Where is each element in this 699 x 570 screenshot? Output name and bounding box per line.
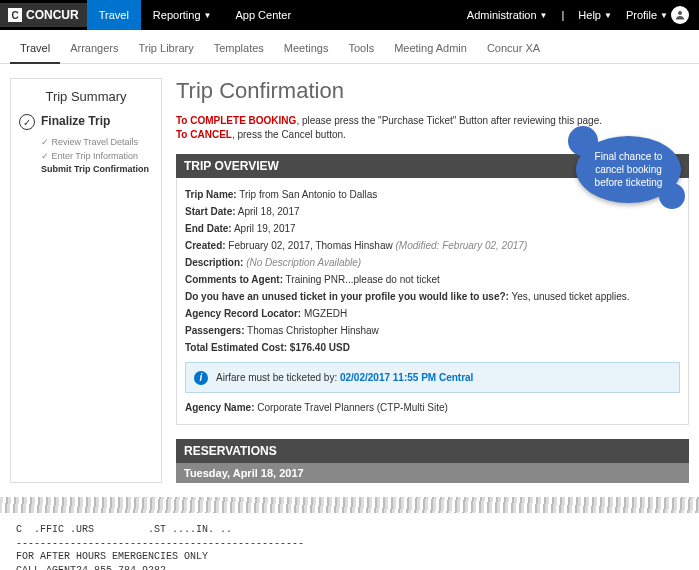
subnav-meetings[interactable]: Meetings [274, 38, 339, 63]
step-submit: Submit Trip Confirmation [41, 163, 153, 177]
top-right: Administration▼ | Help▼ Profile▼ [467, 6, 699, 24]
callout-cancel-chance: Final chance to cancel booking before ti… [576, 136, 681, 203]
admin-menu[interactable]: Administration▼ [467, 9, 548, 21]
cancel-prefix: To CANCEL [176, 129, 232, 140]
sub-steps: Review Travel Details Enter Trip Informa… [41, 136, 153, 177]
nav-travel[interactable]: Travel [87, 0, 141, 30]
svg-point-0 [678, 11, 682, 15]
top-bar: C CONCUR Travel Reporting▼ App Center Ad… [0, 0, 699, 30]
overview-body: Trip Name: Trip from San Antonio to Dall… [176, 178, 689, 425]
torn-edge [0, 497, 699, 513]
subnav-tools[interactable]: Tools [338, 38, 384, 63]
sidebar-title: Trip Summary [19, 89, 153, 104]
subnav-arrangers[interactable]: Arrangers [60, 38, 128, 63]
reservations-section: RESERVATIONS Tuesday, April 18, 2017 [176, 439, 689, 483]
chevron-down-icon: ▼ [204, 11, 212, 20]
subnav-travel[interactable]: Travel [10, 38, 60, 64]
subnav-templates[interactable]: Templates [204, 38, 274, 63]
ticket-text: C .FFIC .URS .ST ....IN. .. ------------… [10, 513, 689, 570]
brand-text: CONCUR [26, 8, 79, 22]
reservation-date: Tuesday, April 18, 2017 [176, 463, 689, 483]
avatar-icon [671, 6, 689, 24]
ticketing-deadline-banner: i Airfare must be ticketed by: 02/02/201… [185, 362, 680, 393]
profile-menu[interactable]: Profile▼ [626, 6, 689, 24]
finalize-step: ✓ Finalize Trip [19, 114, 153, 130]
subnav-meetingadmin[interactable]: Meeting Admin [384, 38, 477, 63]
step-review: Review Travel Details [41, 136, 153, 150]
nav-reporting[interactable]: Reporting▼ [141, 0, 224, 30]
content: Trip Summary ✓ Finalize Trip Review Trav… [0, 64, 699, 497]
finalize-title: Finalize Trip [41, 114, 110, 128]
complete-prefix: To COMPLETE BOOKING [176, 115, 296, 126]
chevron-down-icon: ▼ [604, 11, 612, 20]
chevron-down-icon: ▼ [660, 11, 668, 20]
reservations-header: RESERVATIONS [176, 439, 689, 463]
divider: | [561, 9, 564, 21]
concur-logo-icon: C [8, 8, 22, 22]
chevron-down-icon: ▼ [540, 11, 548, 20]
logo[interactable]: C CONCUR [0, 3, 87, 27]
step-enter: Enter Trip Information [41, 150, 153, 164]
trip-summary-sidebar: Trip Summary ✓ Finalize Trip Review Trav… [10, 78, 162, 483]
help-menu[interactable]: Help▼ [578, 9, 612, 21]
check-circle-icon: ✓ [19, 114, 35, 130]
main-nav: Travel Reporting▼ App Center [87, 0, 303, 30]
page-title: Trip Confirmation [176, 78, 689, 104]
subnav-triplibrary[interactable]: Trip Library [128, 38, 203, 63]
info-icon: i [194, 371, 208, 385]
subnav-concurxa[interactable]: Concur XA [477, 38, 550, 63]
sub-nav: Travel Arrangers Trip Library Templates … [0, 30, 699, 64]
nav-appcenter[interactable]: App Center [223, 0, 303, 30]
